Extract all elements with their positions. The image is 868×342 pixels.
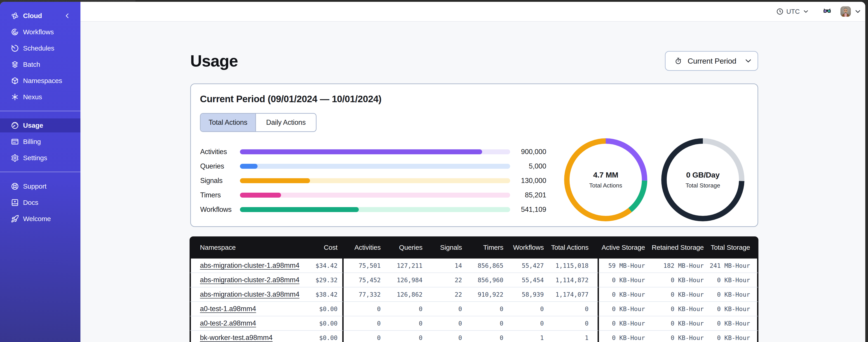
table-cell: 0 [462, 316, 503, 331]
tab-daily-actions[interactable]: Daily Actions [255, 114, 316, 131]
bar-track [240, 164, 510, 169]
sidebar-item-label: Namespaces [23, 77, 62, 84]
column-header-retained-storage: Retained Storage [646, 236, 705, 259]
table-cell: 0 KB-Hour [599, 273, 646, 287]
bar-label: Signals [200, 177, 240, 185]
labs-glasses-icon[interactable] [823, 7, 831, 16]
table-cell: 127,211 [381, 259, 423, 273]
bar-label: Timers [200, 191, 240, 199]
sidebar-item-label: Docs [23, 199, 38, 206]
content-scroll: Usage Current Period Current Period (09/… [81, 22, 865, 342]
period-select-button[interactable]: Current Period [665, 51, 758, 71]
table-cell: 0 [381, 302, 423, 316]
table-cell: 55,427 [503, 259, 544, 273]
sidebar-item-workflows[interactable]: Workflows [0, 25, 81, 39]
table-cell: $0.00 [311, 302, 344, 316]
avatar-image [840, 6, 851, 17]
column-header-cost: Cost [311, 236, 344, 259]
table-cell: 0 KB-Hour [599, 287, 646, 302]
table-cell: 0 KB-Hour [646, 302, 705, 316]
table-cell: 1,114,872 [544, 273, 599, 287]
tab-total-actions[interactable]: Total Actions [200, 114, 255, 131]
donut-center-value: 0 GB/Day [686, 170, 719, 180]
table-row: bk-worker-test.a98mm4$0.000000110 KB-Hou… [190, 331, 758, 342]
usage-bars-chart: Activities900,000Queries5,000Signals130,… [200, 145, 546, 217]
main-area: UTC [81, 2, 865, 342]
bar-label: Workflows [200, 206, 240, 214]
table-cell: 0 [344, 302, 381, 316]
sidebar-item-batch[interactable]: Batch [0, 58, 81, 71]
table-cell: 0 KB-Hour [646, 273, 705, 287]
sidebar-brand-cloud[interactable]: Cloud [0, 9, 81, 23]
namespace-link[interactable]: abs-migration-cluster-3.a98mm4 [200, 290, 299, 298]
bar-label: Queries [200, 162, 240, 170]
donut-center-label: Total Actions [589, 181, 622, 190]
table-cell: 0 KB-Hour [599, 316, 646, 331]
bar-value: 85,201 [510, 191, 546, 199]
sidebar-item-welcome[interactable]: Welcome [0, 212, 81, 226]
sidebar-item-nexus[interactable]: Nexus [0, 90, 81, 104]
timezone-dropdown[interactable]: UTC [776, 8, 809, 15]
bar-track [240, 207, 510, 212]
sidebar: CloudWorkflowsSchedulesBatchNamespacesNe… [0, 2, 81, 342]
sidebar-item-label: Welcome [23, 215, 51, 223]
bar-value: 541,109 [510, 206, 546, 214]
table-cell: 59 MB-Hour [599, 259, 646, 273]
batch-icon [11, 61, 19, 69]
sidebar-item-support[interactable]: Support [0, 179, 81, 193]
table-row: a0-test-2.a98mm4$0.000000000 KB-Hour0 KB… [190, 316, 758, 331]
bar-track [240, 178, 510, 183]
sidebar-collapse-button[interactable] [64, 13, 70, 19]
column-header-total-actions: Total Actions [544, 236, 599, 259]
namespace-link[interactable]: abs-migration-cluster-2.a98mm4 [200, 276, 299, 284]
bar-track [240, 193, 510, 198]
table-cell: 77,332 [344, 287, 381, 302]
bar-track [240, 149, 510, 154]
app-window: CloudWorkflowsSchedulesBatchNamespacesNe… [0, 2, 865, 342]
avatar[interactable] [840, 6, 851, 17]
table-cell: 1,115,018 [544, 259, 599, 273]
chevron-down-icon [803, 8, 809, 14]
table-cell: 1,174,077 [544, 287, 599, 302]
namespace-link[interactable]: abs-migration-cluster-1.a98mm4 [200, 262, 299, 269]
column-header-timers: Timers [462, 236, 503, 259]
stopwatch-icon [675, 57, 682, 65]
sidebar-item-namespaces[interactable]: Namespaces [0, 74, 81, 88]
bar-value: 900,000 [510, 148, 546, 156]
table-cell: 0 [423, 316, 462, 331]
sidebar-item-label: Billing [23, 138, 41, 145]
table-cell: 14 [423, 259, 462, 273]
namespace-link[interactable]: bk-worker-test.a98mm4 [200, 334, 273, 342]
table-cell: 0 KB-Hour [705, 316, 758, 331]
sidebar-item-docs[interactable]: Docs [0, 196, 81, 210]
welcome-icon [11, 215, 19, 223]
bar-value: 130,000 [510, 177, 546, 185]
table-cell: 856,865 [462, 259, 503, 273]
support-icon [11, 182, 19, 191]
table-cell: 0 [462, 302, 503, 316]
nexus-icon [11, 93, 19, 101]
table-cell: 0 KB-Hour [705, 302, 758, 316]
namespace-link[interactable]: a0-test-2.a98mm4 [200, 319, 256, 327]
table-row: abs-migration-cluster-1.a98mm4$34.4275,5… [190, 259, 758, 273]
settings-icon [11, 154, 19, 162]
sidebar-item-usage[interactable]: Usage [0, 118, 81, 132]
column-header-queries: Queries [381, 236, 423, 259]
sidebar-item-label: Usage [23, 122, 43, 129]
sidebar-item-billing[interactable]: Billing [0, 135, 81, 149]
sidebar-item-settings[interactable]: Settings [0, 151, 81, 165]
bar-row-queries: Queries5,000 [200, 159, 546, 173]
chevron-down-icon [744, 57, 752, 65]
sidebar-item-schedules[interactable]: Schedules [0, 41, 81, 55]
donut-center-label: Total Storage [685, 181, 720, 190]
account-chevron-down-icon[interactable] [855, 8, 861, 15]
page-title: Usage [190, 52, 238, 70]
bar-fill [240, 193, 281, 198]
sidebar-item-label: Settings [23, 154, 47, 162]
actions-tabs: Total ActionsDaily Actions [200, 113, 316, 132]
namespace-link[interactable]: a0-test-1.a98mm4 [200, 305, 256, 313]
column-header-active-storage: Active Storage [599, 236, 646, 259]
schedules-icon [11, 44, 19, 52]
table-cell: 856,960 [462, 273, 503, 287]
table-cell: 0 [344, 316, 381, 331]
